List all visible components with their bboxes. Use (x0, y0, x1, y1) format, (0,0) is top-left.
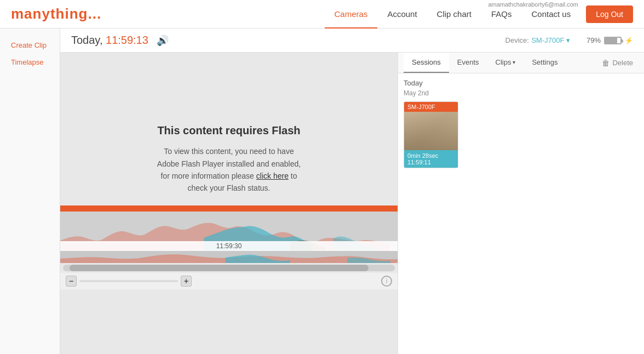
zoom-out-button[interactable]: − (66, 276, 77, 287)
nav-cameras[interactable]: Cameras (325, 0, 378, 28)
info-icon[interactable]: i (381, 276, 392, 287)
sidebar-item-create-clip[interactable]: Create Clip (0, 37, 60, 54)
session-thumbnail (404, 112, 458, 150)
content-area: Today, 11:59:13 🔊 Device: SM-J700F ▾ 79%… (60, 28, 644, 354)
zoom-in-button[interactable]: + (181, 276, 192, 287)
nav-clip-chart[interactable]: Clip chart (427, 0, 481, 28)
device-label: Device: (505, 36, 529, 44)
flash-link[interactable]: click here (256, 172, 289, 180)
timeline-chart[interactable]: 11:59:30 (60, 210, 398, 251)
flash-title: This content requires Flash (157, 124, 301, 137)
sessions-content[interactable]: Today May 2nd SM-J700F 0min 28sec 11:59:… (398, 73, 644, 354)
session-card[interactable]: SM-J700F 0min 28sec 11:59:11 (404, 101, 458, 168)
sidebar: Create Clip Timelapse (0, 28, 60, 354)
flash-area: This content requires Flash To view this… (60, 53, 398, 354)
main-container: Create Clip Timelapse Today, 11:59:13 🔊 … (0, 28, 644, 354)
nav-account[interactable]: Account (377, 0, 427, 28)
middle-split: This content requires Flash To view this… (60, 53, 644, 354)
session-card-device: SM-J700F (404, 102, 458, 112)
tab-clips[interactable]: Clips ▾ (487, 53, 524, 73)
flash-message: This content requires Flash To view this… (146, 113, 312, 205)
session-time: 11:59:11 (407, 159, 455, 165)
timeline-mini[interactable] (60, 251, 398, 263)
delete-button[interactable]: 🗑 Delete (596, 56, 639, 70)
mini-chart-svg (60, 251, 398, 263)
date-today: Today (404, 79, 639, 87)
battery-fill (605, 38, 617, 43)
header: manything... Cameras Account Clip chart … (0, 0, 644, 28)
clips-dropdown-icon: ▾ (513, 59, 515, 65)
timeline-time-label: 11:59:30 (60, 241, 398, 251)
session-info: 0min 28sec 11:59:11 (404, 150, 458, 168)
volume-icon[interactable]: 🔊 (157, 35, 169, 47)
tab-settings[interactable]: Settings (524, 53, 566, 73)
sidebar-item-timelapse[interactable]: Timelapse (0, 54, 60, 71)
battery-percent: 79% (586, 36, 601, 44)
zoom-slider[interactable] (79, 280, 178, 282)
today-label: Today, (71, 34, 102, 47)
current-time: 11:59:13 (102, 34, 148, 47)
date-sub: May 2nd (404, 89, 639, 97)
logo: manything... (11, 5, 101, 22)
battery-section: 79% ⚡ (586, 36, 633, 44)
zoom-controls: − + i (60, 273, 398, 289)
timeline-red-bar (60, 205, 398, 210)
tab-sessions[interactable]: Sessions (404, 53, 449, 73)
tab-events[interactable]: Events (449, 53, 487, 73)
right-panel: Sessions Events Clips ▾ Settings 🗑 Delet… (398, 53, 644, 354)
scrollbar-track[interactable] (63, 265, 395, 271)
timeline-wrapper: 11:59:30 (60, 205, 398, 293)
scrollbar-thumb[interactable] (70, 265, 368, 271)
battery-bar (604, 37, 622, 44)
session-duration: 0min 28sec (407, 152, 455, 159)
trash-icon: 🗑 (602, 59, 610, 67)
top-bar: Today, 11:59:13 🔊 Device: SM-J700F ▾ 79%… (60, 28, 644, 53)
battery-bolt-icon: ⚡ (625, 37, 633, 44)
tabs-bar: Sessions Events Clips ▾ Settings 🗑 Delet… (398, 53, 644, 73)
device-selector[interactable]: SM-J700F ▾ (531, 36, 570, 44)
logout-button[interactable]: Log Out (586, 5, 633, 23)
flash-body: To view this content, you need to have A… (157, 145, 301, 195)
user-email: amamathchakraborty6@mail.com (488, 1, 578, 8)
